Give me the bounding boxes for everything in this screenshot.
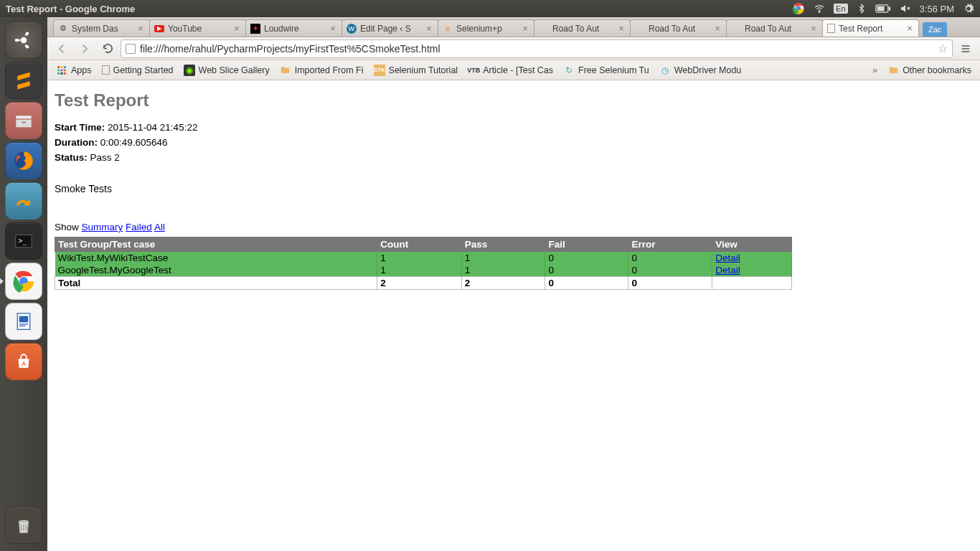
bookmark-item[interactable]: VTB Article - [Test Cas: [463, 62, 557, 78]
clock[interactable]: 3:56 PM: [920, 4, 954, 14]
chrome-app-icon[interactable]: [5, 263, 42, 300]
tab-active[interactable]: Test Report ×: [822, 19, 919, 37]
profile-badge[interactable]: Zac: [923, 22, 947, 37]
chrome-indicator-icon[interactable]: [792, 2, 805, 15]
close-icon[interactable]: ×: [329, 24, 337, 33]
bookmark-item[interactable]: STK Selenium Tutorial: [369, 62, 463, 78]
trash-icon[interactable]: [5, 507, 42, 544]
svg-rect-27: [23, 524, 24, 531]
reload-button[interactable]: [98, 39, 118, 58]
apps-button[interactable]: Apps: [52, 62, 96, 78]
cell-count: 1: [377, 264, 461, 277]
cell-view: Detail: [712, 264, 792, 277]
table-total-row: Total 2 2 0 0: [55, 277, 792, 290]
bookmark-label: Article - [Test Cas: [483, 65, 553, 75]
firefox-icon[interactable]: [5, 142, 42, 179]
bookmark-star-icon[interactable]: ☆: [938, 42, 948, 55]
bookmark-folder[interactable]: Imported From Fi: [275, 62, 368, 78]
sublime-icon[interactable]: [5, 62, 42, 99]
window-title: Test Report - Google Chrome: [6, 4, 135, 14]
gear-icon[interactable]: [963, 3, 974, 14]
close-icon[interactable]: ×: [232, 24, 241, 33]
bookmark-label: WebDriver Modu: [674, 65, 742, 75]
favicon-icon: ↻: [563, 65, 575, 76]
svg-point-2: [819, 11, 819, 12]
close-icon[interactable]: ×: [905, 24, 914, 33]
tab-label: Road To Aut: [649, 24, 710, 34]
tab-label: Edit Page ‹ S: [360, 24, 422, 34]
volume-icon[interactable]: [900, 3, 911, 14]
table-row: WikiTest.MyWikiTestCase 1 1 0 0 Detail: [55, 252, 792, 265]
wifi-icon[interactable]: [814, 3, 825, 14]
software-center-icon[interactable]: A: [5, 343, 42, 380]
bookmark-item[interactable]: Getting Started: [98, 63, 178, 77]
tab[interactable]: ▶ YouTube ×: [149, 19, 246, 37]
dash-icon[interactable]: [5, 22, 42, 59]
bookmark-item[interactable]: ◷ WebDriver Modu: [655, 62, 746, 78]
svg-point-8: [21, 37, 27, 44]
system-indicators: En 3:56 PM: [792, 2, 974, 15]
tab[interactable]: W Edit Page ‹ S ×: [341, 19, 438, 37]
cell-total-view: [712, 277, 792, 290]
svg-text:>_: >_: [19, 237, 28, 245]
svg-rect-39: [61, 72, 63, 74]
terminal-icon[interactable]: >_: [5, 222, 42, 260]
wordpress-icon: W: [347, 24, 357, 34]
svg-rect-33: [61, 66, 63, 68]
app-generic-icon[interactable]: [5, 182, 42, 220]
close-icon[interactable]: ×: [136, 24, 145, 33]
svg-rect-37: [64, 69, 66, 71]
svg-rect-12: [16, 116, 31, 118]
svg-rect-21: [19, 316, 29, 323]
tab-label: Road To Aut: [745, 24, 806, 34]
tab[interactable]: Road To Aut ×: [630, 19, 727, 37]
tab[interactable]: ✦ Loudwire ×: [245, 19, 342, 37]
unity-launcher: >_ A: [0, 17, 47, 551]
all-link[interactable]: All: [154, 222, 165, 232]
close-icon[interactable]: ×: [809, 24, 818, 33]
cell-name: WikiTest.MyWikiTestCase: [55, 252, 377, 265]
table-header-row: Test Group/Test case Count Pass Fail Err…: [55, 237, 792, 252]
close-icon[interactable]: ×: [617, 24, 626, 33]
tab[interactable]: Road To Aut ×: [534, 19, 631, 37]
battery-icon[interactable]: [875, 4, 891, 13]
cell-total-pass: 2: [461, 277, 545, 290]
language-indicator[interactable]: En: [834, 4, 847, 14]
status-line: Status: Pass 2: [55, 152, 973, 163]
svg-rect-40: [64, 72, 66, 74]
close-icon[interactable]: ×: [521, 24, 529, 33]
bookmark-label: Free Selenium Tu: [578, 65, 649, 75]
cell-count: 1: [377, 252, 461, 265]
tab[interactable]: ≡ Selenium+p ×: [438, 19, 534, 37]
header-error: Error: [628, 237, 712, 252]
svg-rect-36: [61, 69, 63, 71]
other-bookmarks[interactable]: Other bookmarks: [883, 62, 976, 78]
files-icon[interactable]: [5, 102, 42, 139]
detail-link[interactable]: Detail: [715, 253, 740, 263]
detail-link[interactable]: Detail: [715, 265, 740, 276]
libreoffice-writer-icon[interactable]: [5, 303, 42, 340]
favicon-icon: ⚙: [58, 24, 68, 34]
failed-link[interactable]: Failed: [126, 222, 152, 232]
svg-rect-34: [64, 66, 66, 68]
bookmark-label: Selenium Tutorial: [389, 65, 458, 75]
ubuntu-top-panel: Test Report - Google Chrome En 3:56 PM: [0, 0, 980, 17]
folder-icon: [887, 65, 899, 76]
overflow-icon[interactable]: »: [868, 65, 882, 75]
address-bar[interactable]: file:///home/rahul/PycharmProjects/myFir…: [121, 39, 953, 58]
bookmark-item[interactable]: ◉ Web Slice Gallery: [179, 62, 274, 78]
cell-total-fail: 0: [545, 277, 628, 290]
close-icon[interactable]: ×: [425, 24, 433, 33]
page-title: Test Report: [55, 90, 973, 110]
bookmark-item[interactable]: ↻ Free Selenium Tu: [559, 62, 654, 78]
summary-link[interactable]: Summary: [82, 222, 123, 232]
tab[interactable]: ⚙ System Das ×: [53, 19, 150, 37]
header-view: View: [712, 237, 792, 252]
folder-icon: [280, 65, 291, 76]
tab[interactable]: Road To Aut ×: [726, 19, 823, 37]
hamburger-menu-icon[interactable]: [956, 39, 976, 58]
bluetooth-icon[interactable]: [857, 4, 867, 14]
close-icon[interactable]: ×: [713, 24, 722, 33]
back-button[interactable]: [52, 39, 72, 58]
forward-button[interactable]: [75, 39, 95, 58]
